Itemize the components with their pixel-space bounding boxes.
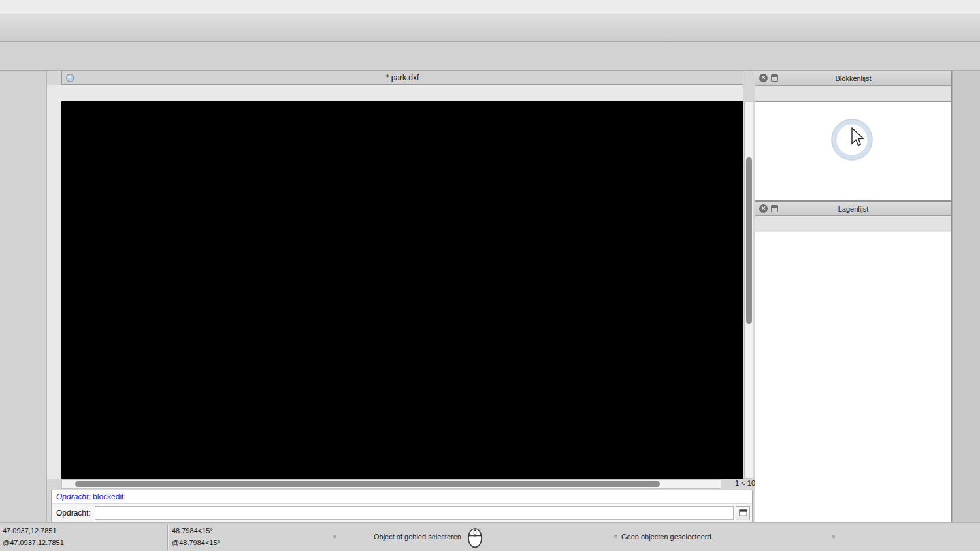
vertical-scrollbar[interactable]	[744, 101, 753, 479]
absolute-polar-coordinate: 48.7984<15°	[172, 527, 213, 535]
command-history-value: blockedit	[93, 492, 123, 501]
menu-bar	[0, 0, 980, 14]
vertical-scrollbar-thumb[interactable]	[746, 157, 752, 324]
tool-hint-text: Object of gebied selecteren	[374, 533, 461, 541]
statusbar-divider	[167, 524, 168, 550]
layer-list-panel: ✕ Lagenlijst	[755, 201, 952, 522]
cad-tool-palette	[0, 71, 47, 551]
status-bar: 47.0937,12.7851 @47.0937,12.7851 48.7984…	[0, 522, 980, 551]
panel-toggle-strip	[952, 71, 980, 522]
status-led	[333, 535, 336, 539]
float-panel-icon[interactable]	[771, 205, 778, 212]
layer-panel-titlebar[interactable]: ✕ Lagenlijst	[755, 202, 951, 216]
horizontal-scrollbar[interactable]	[61, 479, 721, 489]
vertical-ruler	[47, 85, 61, 479]
tool-options-toolbar	[0, 42, 980, 71]
close-icon[interactable]: ✕	[759, 204, 768, 213]
horizontal-ruler	[61, 85, 743, 101]
block-list-panel: ✕ Blokkenlijst	[755, 71, 952, 201]
selection-info-text: Geen objecten geselecteerd.	[621, 533, 713, 541]
command-history-label: Opdracht:	[56, 492, 91, 501]
drawing-tab-bar[interactable]: * park.dxf	[61, 71, 743, 85]
command-input[interactable]	[95, 506, 734, 520]
relative-coordinate: @47.0937,12.7851	[3, 539, 64, 546]
drawing-tab-title: * park.dxf	[62, 73, 743, 82]
float-panel-icon[interactable]	[771, 74, 778, 82]
command-history: Opdracht: blockedit	[52, 490, 752, 504]
zoom-factor-indicator: 1 < 10	[721, 479, 755, 489]
mouse-hint-icon	[466, 525, 483, 550]
close-icon[interactable]: ✕	[759, 74, 768, 82]
window-icon	[738, 508, 748, 518]
command-line-area: Opdracht: blockedit Opdracht:	[51, 490, 753, 522]
command-window-button[interactable]	[736, 506, 750, 520]
horizontal-scrollbar-thumb[interactable]	[75, 481, 660, 487]
block-panel-title: Blokkenlijst	[755, 74, 951, 82]
main-toolbar	[0, 14, 980, 42]
command-prompt-label: Opdracht:	[52, 509, 95, 518]
status-led	[832, 535, 835, 539]
absolute-coordinate: 47.0937,12.7851	[3, 527, 57, 535]
block-panel-titlebar[interactable]: ✕ Blokkenlijst	[755, 71, 951, 86]
drawing-canvas[interactable]	[61, 101, 743, 479]
relative-polar-coordinate: @48.7984<15°	[172, 539, 220, 546]
status-led	[614, 535, 617, 539]
layer-panel-title: Lagenlijst	[755, 205, 951, 213]
